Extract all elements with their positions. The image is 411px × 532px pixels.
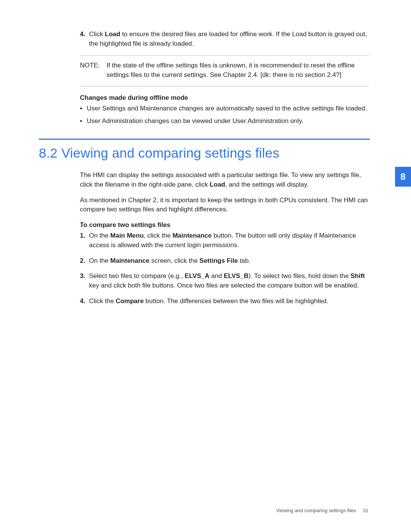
list-item-body: Click Load to ensure the desired files a… [89,30,369,48]
list-item-body: On the Main Menu, click the Maintenance … [89,231,369,250]
footer-page-number: 31 [363,507,368,514]
text: ). To select two files, hold down the [249,272,350,280]
compare-step-4: 4. Click the Compare button. The differe… [80,297,369,306]
bullet-item: • User Administration changes can be vie… [80,117,369,126]
subheading-changes: Changes made during offline mode [80,93,369,103]
page-footer: Viewing and comparing settings files 31 [276,507,368,514]
list-number: 4. [80,30,89,48]
bold-compare: Compare [116,297,144,305]
section-heading-8-2: 8.2 Viewing and comparing settings files [39,144,411,163]
list-item-body: Select two files to compare (e.g., ELVS_… [89,272,369,290]
bullet-text: User Settings and Maintenance changes ar… [87,104,369,113]
text: button. The differences between the two … [144,297,328,305]
list-number: 3. [80,272,89,290]
note-label: NOTE: [80,61,100,80]
bold-elvs-a: ELVS_A [185,272,209,280]
note-text: If the state of the offline settings fil… [107,61,369,80]
text: Select two files to compare (e.g., [89,272,185,280]
bold-maintenance: Maintenance [110,257,150,264]
text: , click the [144,232,173,239]
list-number: 1. [80,231,89,250]
text: key and click both file buttons. Once tw… [89,282,359,289]
rule-below-note [80,86,369,86]
intro-p1: The HMI can display the settings associa… [80,171,369,189]
bold-load: Load [105,30,121,38]
chapter-tab: 8 [395,167,411,187]
text-post: to ensure the desired files are loaded f… [89,30,367,47]
bullet-icon: • [80,117,87,126]
text: screen, click the [150,257,199,264]
subheading-compare: To compare two settings files [80,220,369,230]
list-item-body: Click the Compare button. The difference… [89,297,369,306]
compare-step-1: 1. On the Main Menu, click the Maintenan… [80,231,369,250]
rule-above-note [80,55,369,56]
text: , and the settings will display. [225,181,309,188]
bold-shift: Shift [350,272,365,280]
text: and [209,272,224,280]
list-item-4: 4. Click Load to ensure the desired file… [80,30,369,48]
bullet-text: User Administration changes can be viewe… [87,117,369,126]
footer-section-title: Viewing and comparing settings files [276,507,356,514]
text: On the [89,232,110,239]
text: On the [89,257,110,264]
bullet-icon: • [80,104,87,113]
text-pre: Click [89,30,105,38]
bold-main-menu: Main Menu [110,232,144,239]
bullet-item: • User Settings and Maintenance changes … [80,104,369,113]
text: tab. [238,257,250,264]
list-item-body: On the Maintenance screen, click the Set… [89,256,369,266]
list-number: 2. [80,256,89,266]
bold-settings-file: Settings File [199,257,238,264]
list-number: 4. [80,297,89,306]
bold-maintenance: Maintenance [172,232,212,239]
bold-load: Load [210,181,225,188]
note-block: NOTE: If the state of the offline settin… [80,61,369,80]
bold-elvs-b: ELVS_B [224,272,249,280]
intro-p2: As mentioned in Chapter 2, it is importa… [80,196,369,214]
compare-step-3: 3. Select two files to compare (e.g., EL… [80,272,369,290]
section-top-rule [39,139,370,140]
compare-step-2: 2. On the Maintenance screen, click the … [80,256,369,266]
text: Click the [89,297,116,305]
